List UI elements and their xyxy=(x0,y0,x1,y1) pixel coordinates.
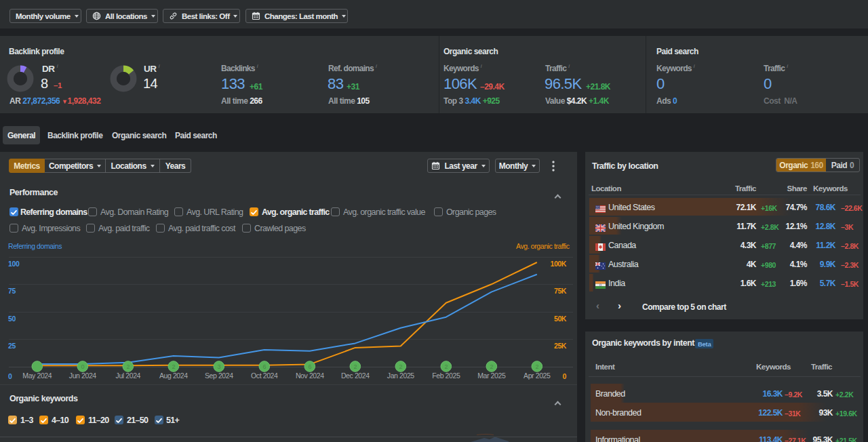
svg-text:2: 2 xyxy=(354,363,357,370)
svg-text:6: 6 xyxy=(263,363,267,370)
svg-text:6: 6 xyxy=(309,363,312,370)
svg-text:2: 2 xyxy=(399,363,403,370)
svg-text:2: 2 xyxy=(172,363,176,370)
svg-text:2: 2 xyxy=(445,363,448,370)
svg-text:3: 3 xyxy=(218,363,221,370)
svg-text:2: 2 xyxy=(536,363,539,370)
svg-text:2: 2 xyxy=(127,363,130,370)
svg-text:2: 2 xyxy=(490,363,494,370)
svg-text:0: 0 xyxy=(81,363,85,370)
